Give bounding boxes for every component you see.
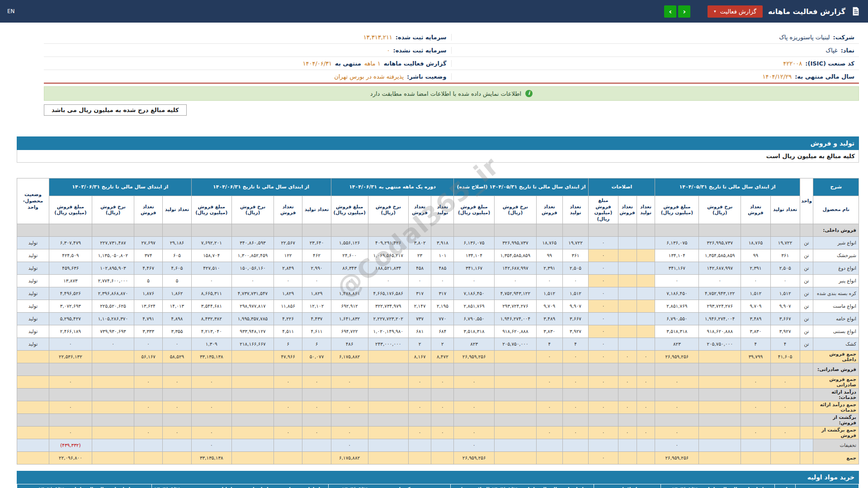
table-cell: ۳,۵۱۸,۳۱۸ bbox=[655, 325, 699, 338]
table-cell: ۹۳۳,۹۴۸,۱۲۷ bbox=[231, 325, 274, 338]
table-cell bbox=[231, 439, 274, 451]
table-cell: ۱,۰۲۰,۱۴۹,۹۸۰ bbox=[368, 325, 408, 338]
table-cell: ۲,۳۹۱ bbox=[536, 262, 562, 274]
table-cell bbox=[92, 439, 134, 451]
table-cell: تولید bbox=[17, 249, 49, 262]
table-cell bbox=[274, 451, 302, 464]
table-cell: ۰ bbox=[536, 350, 562, 363]
table-cell: انواع شیر bbox=[813, 236, 859, 249]
table-row: انواع ماستتن۹,۹۰۷۹,۷۰۹۲۹۳,۷۲۴,۲۷۶۲,۸۵۱,۷… bbox=[17, 300, 859, 312]
table-cell: ۰ bbox=[770, 401, 800, 413]
table-cell bbox=[800, 350, 813, 363]
company-field: شرکت: لبنیات پاستوریزه پاک bbox=[452, 34, 859, 41]
table-cell: ۵ bbox=[163, 274, 191, 287]
table-cell: ۰ bbox=[699, 274, 741, 287]
table-cell: ۴۲۴,۵۰۹ bbox=[49, 249, 92, 262]
table-cell bbox=[368, 363, 408, 375]
column-header-status: وضعیت محصول-واحد bbox=[17, 178, 49, 224]
report-type-button[interactable]: گزارش فعالیت ▾ bbox=[708, 5, 763, 18]
table-cell: ۴,۴۳۷ bbox=[302, 312, 331, 325]
table-row: انواع خامهتن۳,۶۶۷۳,۴۸۹۱,۹۴۶,۲۷۴,۰۰۴۶,۷۹۰… bbox=[17, 312, 859, 325]
table-cell: ۰ bbox=[770, 426, 800, 439]
table-cell: ۱۸,۷۶۵ bbox=[536, 236, 562, 249]
table-cell: ۳۴۱,۱۶۷ bbox=[655, 262, 699, 274]
table-cell bbox=[302, 388, 331, 401]
table-cell bbox=[637, 312, 655, 325]
table-cell bbox=[699, 350, 741, 363]
raw-materials-table: شرحواحداز ابتدای سال مالی تا تاریخ ۱۴۰۴/… bbox=[17, 484, 859, 488]
table-cell: ۳,۰۷۲,۶۹۳ bbox=[49, 300, 92, 312]
table-cell: ۶,۱۷۵,۸۸۲ bbox=[331, 451, 368, 464]
table-cell bbox=[699, 375, 741, 388]
table-cell: ۰ bbox=[562, 274, 589, 287]
table-cell bbox=[454, 224, 494, 236]
table-cell bbox=[368, 350, 408, 363]
table-cell: ۷,۱۸۶,۴۵۰ bbox=[655, 287, 699, 300]
table-cell bbox=[536, 224, 562, 236]
table-cell: تولید bbox=[17, 274, 49, 287]
table-cell: ۲۰۵,۷۵۰,۰۰۰ bbox=[699, 338, 741, 350]
table-cell: ۳,۹۲۷ bbox=[562, 325, 589, 338]
table-cell bbox=[134, 363, 163, 375]
table-cell: ۳,۸۳۰ bbox=[741, 325, 770, 338]
table-cell: جمع درآمد ارائه خدمات bbox=[813, 401, 859, 413]
table-cell: ۰ bbox=[163, 401, 191, 413]
table-cell: ۰ bbox=[536, 375, 562, 388]
table-cell: ۵۰,۰۷۷ bbox=[302, 350, 331, 363]
registered-capital-label: سرمایه ثبت شده: bbox=[396, 34, 447, 41]
table-row: فروش صادراتی: bbox=[17, 363, 859, 375]
table-cell: ۰ bbox=[191, 401, 231, 413]
table-cell: تن bbox=[800, 338, 813, 350]
nav-forward-button[interactable]: › bbox=[678, 5, 690, 18]
table-cell bbox=[494, 224, 536, 236]
table-cell: ۰ bbox=[163, 338, 191, 350]
table-cell: ۰ bbox=[618, 350, 637, 363]
table-cell bbox=[800, 439, 813, 451]
table-cell bbox=[655, 363, 699, 375]
table-cell: تن bbox=[800, 249, 813, 262]
info-row: کد صنعت (ISIC): ۴۲۲۰۰۸ گزارش فعالیت ماها… bbox=[44, 57, 859, 70]
column-header: مبلغ فروش (میلیون ریال) bbox=[454, 196, 494, 224]
table-cell: ۱,۳۰۰,۸۵۲,۴۵۹ bbox=[231, 249, 274, 262]
table-cell: ۳,۹۱۸ bbox=[431, 236, 454, 249]
table-cell: ۶,۱۳۶,۰۷۵ bbox=[454, 236, 494, 249]
note-wrap: کلیه مبالغ درج شده به میلیون ریال می باش… bbox=[44, 104, 859, 116]
table-cell: ۷,۱۸۶,۴۵۰ bbox=[454, 287, 494, 300]
table-cell bbox=[231, 451, 274, 464]
table-cell: ۲۷,۶۹۷ bbox=[134, 236, 163, 249]
nav-back-button[interactable]: ‹ bbox=[664, 5, 676, 18]
table-cell: جمع فروش صادراتی bbox=[813, 375, 859, 388]
table-cell bbox=[191, 363, 231, 375]
table-cell bbox=[231, 224, 274, 236]
unregistered-capital-label: سرمایه ثبت نشده: bbox=[393, 47, 446, 54]
column-header: نرخ فروش (ریال) bbox=[699, 196, 741, 224]
table-cell: ۳,۶۶۷ bbox=[770, 312, 800, 325]
table-cell bbox=[494, 350, 536, 363]
table-cell: ۸,۱۶۷ bbox=[408, 350, 431, 363]
table-cell: ۰ bbox=[562, 350, 589, 363]
table-cell bbox=[368, 388, 408, 401]
publisher-status-field: وضعیت ناشر: پذیرفته شده در بورس تهران bbox=[44, 73, 452, 80]
column-header: تعداد تولید bbox=[431, 196, 454, 224]
column-header: تعداد تولید bbox=[163, 196, 191, 224]
table-cell: (۴۳۹,۳۳۲) bbox=[49, 439, 92, 451]
purchase-column-header: از ابتدای سال مالی تا تاریخ ۱۴۰۳/۰۶/۳۱ bbox=[17, 484, 152, 488]
table-cell: ۱۳,۸۷۳ bbox=[49, 274, 92, 287]
table-cell: ۴ bbox=[770, 338, 800, 350]
table-cell: ۱,۳۰۹ bbox=[191, 338, 231, 350]
table-cell bbox=[589, 224, 618, 236]
table-cell: ۰ bbox=[494, 274, 536, 287]
table-cell: ۰ bbox=[163, 375, 191, 388]
table-cell: ۳۲۶,۹۹۵,۷۳۷ bbox=[494, 236, 536, 249]
column-header: تعداد فروش bbox=[408, 196, 431, 224]
table-cell: ۰ bbox=[536, 426, 562, 439]
table-cell bbox=[800, 451, 813, 464]
table-cell: ۰ bbox=[408, 375, 431, 388]
table-cell bbox=[92, 413, 134, 426]
language-switch-en[interactable]: EN bbox=[7, 8, 15, 14]
table-cell: ۶ bbox=[302, 338, 331, 350]
registered-capital-field: سرمایه ثبت شده: ۱۳,۳۱۳,۲۱۱ bbox=[44, 34, 452, 41]
table-cell bbox=[431, 451, 454, 464]
table-cell: ۱۲۲ bbox=[274, 249, 302, 262]
table-cell bbox=[562, 363, 589, 375]
